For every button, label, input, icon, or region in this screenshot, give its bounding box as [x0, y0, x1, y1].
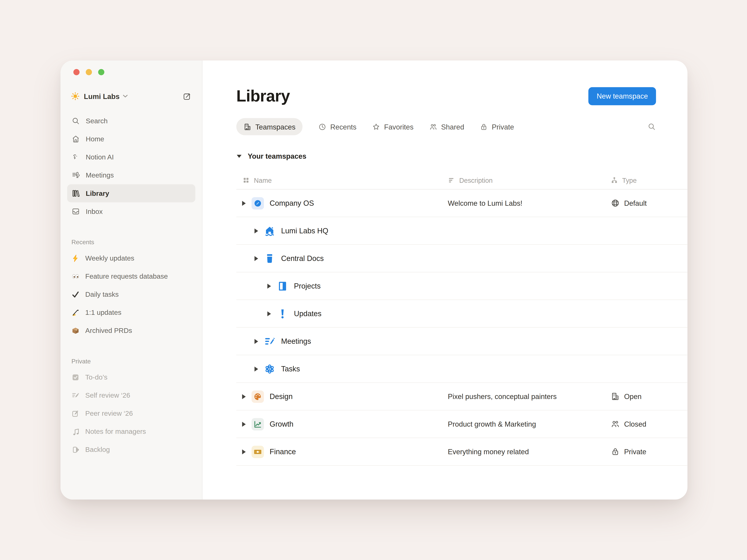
sidebar-item-library[interactable]: Library	[67, 184, 195, 203]
private-item-peer-review[interactable]: Peer review ‘26	[67, 404, 195, 422]
people-icon	[611, 420, 620, 429]
workspace-switcher[interactable]: Lumi Labs	[67, 88, 195, 104]
teamspace-description: Everything money related	[448, 448, 609, 456]
meetings-mic-icon	[71, 171, 80, 180]
recent-item-label: Weekly updates	[85, 254, 134, 262]
table-row-projects[interactable]: Projects	[236, 272, 688, 300]
column-header-label: Type	[622, 176, 637, 184]
chart-tile-icon	[252, 418, 264, 430]
table-row-finance[interactable]: Finance Everything money related Private	[236, 438, 688, 466]
recent-item-label: Daily tasks	[85, 291, 119, 298]
column-header-description: Description	[448, 176, 609, 184]
tab-label: Teamspaces	[255, 123, 295, 131]
triangle-right-icon[interactable]	[241, 394, 246, 399]
tab-private[interactable]: Private	[480, 123, 514, 131]
table-row-meetings[interactable]: Meetings	[236, 328, 688, 355]
teamspace-name: Updates	[294, 309, 321, 318]
triangle-right-icon[interactable]	[241, 200, 246, 206]
search-icon[interactable]	[647, 122, 656, 131]
tab-recents[interactable]: Recents	[318, 123, 356, 131]
recent-item-1-1-updates[interactable]: 1:1 updates	[67, 303, 195, 321]
compose-icon[interactable]	[182, 91, 191, 101]
sidebar-item-search[interactable]: Search	[67, 112, 195, 130]
sidebar-item-inbox[interactable]: Inbox	[67, 203, 195, 220]
tab-bar: Teamspaces Recents Favorites Shared	[236, 118, 656, 135]
page-title: Library	[236, 87, 290, 105]
triangle-right-icon[interactable]	[254, 256, 259, 261]
triangle-down-icon	[236, 154, 242, 158]
tab-favorites[interactable]: Favorites	[372, 123, 413, 131]
tab-label: Favorites	[384, 123, 413, 131]
teamspace-name: Design	[269, 392, 292, 401]
private-item-backlog[interactable]: Backlog	[67, 441, 195, 458]
panel-icon	[277, 280, 288, 292]
private-item-label: Peer review ‘26	[85, 409, 133, 417]
list-pencil-icon	[71, 391, 80, 399]
private-item-todos[interactable]: To-do’s	[67, 368, 195, 386]
tab-label: Private	[492, 123, 514, 131]
doc-pencil-icon	[264, 336, 276, 347]
column-header-label: Name	[254, 176, 272, 184]
recents-section: Recents Weekly updates Feature requests …	[67, 235, 195, 340]
tab-teamspaces[interactable]: Teamspaces	[236, 118, 303, 135]
teamspace-name: Projects	[294, 282, 320, 290]
archive-box-icon	[264, 252, 276, 264]
teamspace-type: Private	[624, 448, 646, 456]
desktop-background: Lumi Labs Search Home	[0, 0, 747, 560]
teamspace-description: Pixel pushers, conceptual painters	[448, 392, 609, 401]
table-row-company-os[interactable]: Company OS Welcome to Lumi Labs! Default	[236, 190, 688, 217]
private-item-label: Self review ‘26	[85, 392, 130, 399]
teamspaces-group-toggle[interactable]: Your teamspaces	[236, 152, 656, 160]
globe-icon	[611, 198, 620, 208]
music-note-icon	[71, 427, 80, 435]
column-header-name: Name	[236, 176, 448, 184]
triangle-right-icon[interactable]	[254, 228, 259, 234]
sidebar-item-label: Meetings	[86, 171, 114, 179]
table-header: Name Description Type	[236, 171, 688, 190]
palette-tile-icon	[252, 390, 264, 403]
triangle-right-icon[interactable]	[254, 338, 259, 344]
zoom-window-button[interactable]	[98, 69, 104, 75]
minimize-window-button[interactable]	[86, 69, 92, 75]
recent-item-feature-requests[interactable]: Feature requests database	[67, 267, 195, 285]
private-section: Private To-do’s Self review ‘26 Peer rev…	[67, 354, 195, 459]
recent-item-daily-tasks[interactable]: Daily tasks	[67, 285, 195, 303]
table-row-lumi-labs-hq[interactable]: Lumi Labs HQ	[236, 217, 688, 245]
teamspaces-table: Name Description Type	[236, 171, 688, 466]
close-window-button[interactable]	[73, 69, 80, 75]
new-teamspace-button[interactable]: New teamspace	[589, 87, 656, 105]
private-item-notes-for-managers[interactable]: Notes for managers	[67, 422, 195, 441]
tab-shared[interactable]: Shared	[429, 123, 464, 131]
search-icon	[71, 117, 80, 125]
sidebar-item-label: Search	[86, 117, 108, 125]
sidebar-item-meetings[interactable]: Meetings	[67, 166, 195, 184]
table-row-tasks[interactable]: Tasks	[236, 355, 688, 383]
triangle-right-icon[interactable]	[267, 283, 272, 289]
chevron-down-icon	[123, 95, 128, 98]
sidebar-item-home[interactable]: Home	[67, 130, 195, 148]
table-row-updates[interactable]: Updates	[236, 300, 688, 328]
triangle-right-icon[interactable]	[241, 421, 246, 427]
exclamation-icon	[277, 308, 288, 319]
recent-item-label: Feature requests database	[85, 272, 168, 280]
text-lines-icon	[448, 177, 455, 184]
recent-item-label: Archived PRDs	[85, 327, 132, 334]
sun-icon	[71, 92, 80, 101]
recent-item-archived-prds[interactable]: Archived PRDs	[67, 321, 195, 340]
grid-icon	[242, 177, 250, 184]
sidebar-item-label: Home	[86, 135, 104, 143]
table-row-growth[interactable]: Growth Product growth & Marketing Closed	[236, 410, 688, 438]
teamspace-type: Default	[624, 199, 647, 207]
sidebar-nav: Search Home Notion AI Meetings	[67, 112, 195, 220]
sidebar-item-notion-ai[interactable]: Notion AI	[67, 148, 195, 166]
recent-item-weekly-updates[interactable]: Weekly updates	[67, 249, 195, 267]
table-row-central-docs[interactable]: Central Docs	[236, 245, 688, 272]
tab-label: Shared	[441, 123, 464, 131]
triangle-right-icon[interactable]	[267, 311, 272, 316]
sidebar-item-label: Library	[86, 190, 109, 197]
table-row-design[interactable]: Design Pixel pushers, conceptual painter…	[236, 383, 688, 410]
private-item-self-review[interactable]: Self review ‘26	[67, 386, 195, 404]
triangle-right-icon[interactable]	[254, 366, 259, 372]
people-icon	[429, 123, 437, 131]
triangle-right-icon[interactable]	[241, 449, 246, 454]
